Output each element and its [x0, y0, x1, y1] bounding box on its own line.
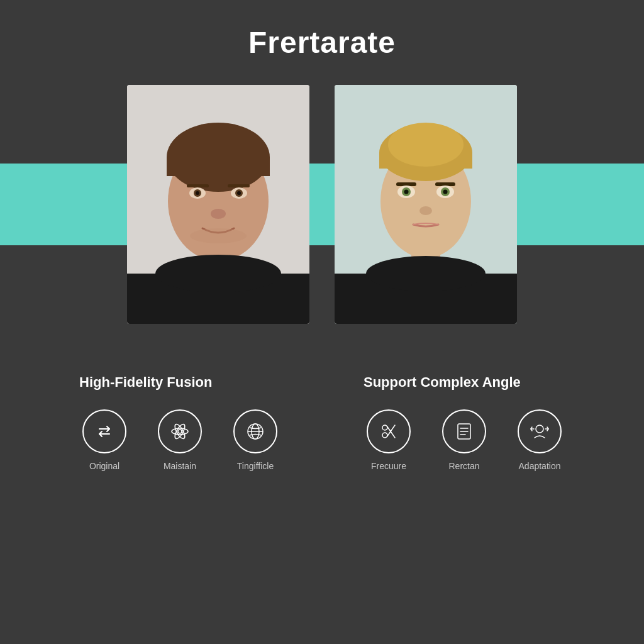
original-label: Original — [89, 461, 119, 471]
icon-item-tingifficle: Tingifficle — [230, 409, 280, 471]
atom-icon — [169, 420, 191, 443]
page-container: Frertarate — [0, 0, 644, 644]
svg-point-45 — [382, 425, 387, 430]
svg-point-32 — [443, 190, 448, 194]
photo-right — [335, 85, 517, 324]
frecuure-icon-circle — [367, 409, 411, 453]
icon-item-frecuure: Frecuure — [364, 409, 414, 471]
rerctan-label: Rerctan — [448, 461, 479, 471]
svg-rect-7 — [228, 184, 250, 187]
icon-item-adaptation: Adaptation — [514, 409, 565, 471]
tingifficle-icon-circle — [233, 409, 277, 453]
original-icon-circle — [82, 409, 126, 453]
adaptation-icon-circle — [518, 409, 562, 453]
svg-rect-6 — [187, 184, 209, 187]
feature-group-left: High-Fidelity Fusion Original — [79, 374, 280, 471]
svg-point-29 — [404, 190, 409, 194]
rerctan-icon-circle — [442, 409, 486, 453]
svg-point-13 — [237, 191, 241, 195]
icon-item-original: Original — [79, 409, 130, 471]
icon-item-maistain: Maistain — [155, 409, 205, 471]
svg-line-47 — [387, 426, 396, 438]
svg-line-48 — [387, 425, 396, 436]
right-icons-row: Frecuure Rerctan — [364, 409, 565, 471]
title-section: Frertarate — [0, 0, 644, 79]
icon-item-rerctan: Rerctan — [439, 409, 489, 471]
feature-group-right-title: Support Complex Angle — [364, 374, 521, 391]
feature-group-left-title: High-Fidelity Fusion — [79, 374, 212, 391]
maistain-label: Maistain — [164, 461, 196, 471]
tingifficle-label: Tingifficle — [237, 461, 274, 471]
svg-point-14 — [211, 209, 226, 219]
document-icon — [453, 420, 475, 443]
features-section: High-Fidelity Fusion Original — [0, 343, 644, 484]
photo-left — [127, 85, 309, 324]
svg-point-17 — [155, 255, 281, 292]
svg-point-24 — [388, 123, 464, 167]
svg-point-46 — [382, 433, 387, 438]
images-section — [0, 85, 644, 324]
page-title: Frertarate — [0, 25, 644, 60]
svg-point-53 — [536, 425, 543, 433]
face-adjust-icon — [528, 420, 551, 443]
feature-group-right: Support Complex Angle Frecuure — [364, 374, 565, 471]
scissors-icon — [377, 420, 400, 443]
maistain-icon-circle — [158, 409, 202, 453]
original-icon — [93, 420, 116, 443]
frecuure-label: Frecuure — [371, 461, 406, 471]
svg-point-38 — [178, 430, 182, 433]
adaptation-label: Adaptation — [519, 461, 561, 471]
globe-icon — [244, 420, 267, 443]
svg-point-15 — [190, 228, 247, 243]
photos-wrapper — [127, 85, 517, 324]
svg-point-33 — [419, 206, 432, 215]
left-icons-row: Original Maistain — [79, 409, 280, 471]
svg-point-35 — [366, 256, 486, 291]
svg-point-10 — [196, 191, 199, 195]
svg-rect-5 — [167, 157, 270, 176]
